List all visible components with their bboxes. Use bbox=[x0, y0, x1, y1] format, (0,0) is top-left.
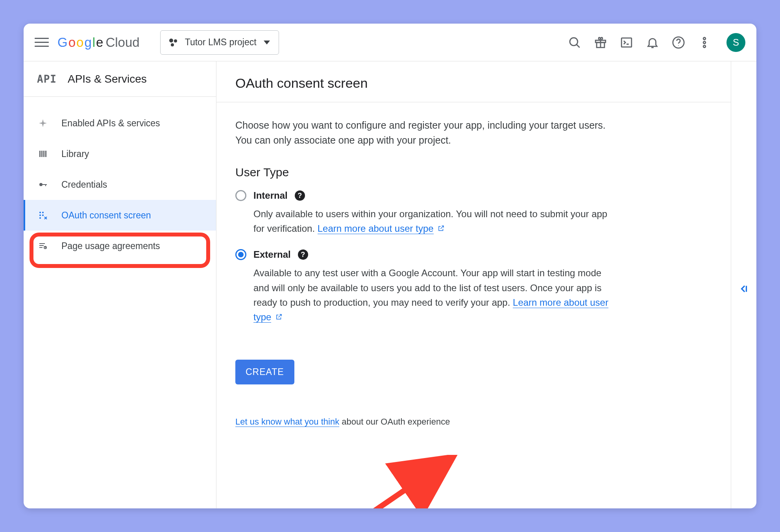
page-description: Choose how you want to configure and reg… bbox=[235, 118, 613, 148]
internal-description: Only available to users within your orga… bbox=[253, 207, 619, 236]
sidebar-title-row: API APIs & Services bbox=[24, 61, 216, 97]
svg-rect-16 bbox=[45, 151, 46, 157]
notifications-icon[interactable] bbox=[644, 34, 661, 51]
svg-rect-13 bbox=[39, 151, 41, 157]
sidebar-item-page-usage[interactable]: Page usage agreements bbox=[24, 231, 216, 261]
header-bar: Google Cloud Tutor LMS project S bbox=[24, 24, 756, 61]
api-icon: API bbox=[37, 73, 57, 85]
external-link-icon bbox=[275, 310, 283, 324]
sidebar-item-enabled-apis[interactable]: Enabled APIs & services bbox=[24, 108, 216, 139]
user-type-external-row: External ? bbox=[235, 249, 712, 260]
external-description: Available to any test user with a Google… bbox=[253, 266, 619, 324]
divider bbox=[216, 102, 731, 102]
svg-point-24 bbox=[39, 217, 41, 219]
more-icon[interactable] bbox=[696, 34, 713, 51]
svg-point-17 bbox=[39, 183, 43, 186]
svg-point-23 bbox=[42, 214, 44, 216]
radio-external-label: External bbox=[253, 249, 291, 260]
feedback-link[interactable]: Let us know what you think bbox=[235, 417, 339, 427]
svg-point-9 bbox=[678, 45, 679, 46]
body: API APIs & Services Enabled APIs & servi… bbox=[24, 61, 756, 508]
main-area: OAuth consent screen Choose how you want… bbox=[216, 61, 756, 508]
feedback-suffix: about our OAuth experience bbox=[339, 417, 450, 427]
key-icon bbox=[37, 179, 49, 190]
agreements-icon bbox=[37, 240, 49, 252]
right-rail bbox=[731, 61, 756, 508]
radio-external[interactable] bbox=[235, 249, 246, 260]
svg-rect-15 bbox=[43, 151, 44, 157]
svg-rect-19 bbox=[45, 184, 46, 186]
feedback-line: Let us know what you think about our OAu… bbox=[235, 417, 712, 427]
radio-internal[interactable] bbox=[235, 190, 246, 201]
chevron-down-icon bbox=[264, 41, 270, 44]
svg-line-30 bbox=[45, 248, 46, 248]
sidebar-item-label: Enabled APIs & services bbox=[61, 118, 160, 129]
help-icon[interactable]: ? bbox=[295, 190, 305, 201]
collapse-panel-icon[interactable] bbox=[739, 69, 749, 508]
sidebar-item-credentials[interactable]: Credentials bbox=[24, 169, 216, 200]
content-panel: OAuth consent screen Choose how you want… bbox=[216, 61, 731, 508]
sidebar: API APIs & Services Enabled APIs & servi… bbox=[24, 61, 216, 508]
sidebar-title: APIs & Services bbox=[68, 73, 147, 85]
search-icon[interactable] bbox=[566, 34, 583, 51]
svg-rect-18 bbox=[43, 184, 47, 185]
project-icon bbox=[169, 38, 178, 47]
avatar-initial: S bbox=[733, 37, 739, 48]
google-cloud-logo[interactable]: Google Cloud bbox=[57, 35, 140, 50]
sidebar-item-label: Library bbox=[61, 149, 89, 159]
cloud-text: Cloud bbox=[105, 35, 139, 50]
svg-rect-14 bbox=[41, 151, 43, 157]
sidebar-item-label: OAuth consent screen bbox=[61, 210, 151, 221]
svg-point-10 bbox=[703, 37, 706, 40]
svg-point-12 bbox=[703, 45, 706, 48]
svg-point-0 bbox=[570, 37, 578, 45]
project-picker[interactable]: Tutor LMS project bbox=[160, 30, 279, 55]
sidebar-item-oauth-consent[interactable]: OAuth consent screen bbox=[24, 200, 216, 231]
gift-icon[interactable] bbox=[592, 34, 609, 51]
cloud-console-window: Google Cloud Tutor LMS project S bbox=[24, 24, 756, 508]
sidebar-item-library[interactable]: Library bbox=[24, 139, 216, 169]
consent-icon bbox=[37, 209, 49, 221]
sidebar-list: Enabled APIs & services Library Credenti… bbox=[24, 97, 216, 261]
learn-more-internal-link[interactable]: Learn more about user type bbox=[318, 223, 434, 234]
svg-rect-5 bbox=[621, 38, 632, 47]
library-icon bbox=[37, 148, 49, 160]
help-icon[interactable] bbox=[670, 34, 687, 51]
account-avatar[interactable]: S bbox=[726, 33, 745, 52]
menu-icon[interactable] bbox=[35, 35, 49, 50]
create-button[interactable]: CREATE bbox=[235, 360, 294, 384]
page-title: OAuth consent screen bbox=[235, 61, 712, 102]
external-link-icon bbox=[438, 221, 445, 236]
svg-point-11 bbox=[703, 41, 706, 44]
svg-point-20 bbox=[39, 212, 41, 213]
user-type-heading: User Type bbox=[235, 166, 712, 179]
project-name: Tutor LMS project bbox=[185, 37, 257, 48]
user-type-internal-row: Internal ? bbox=[235, 190, 712, 201]
enabled-apis-icon bbox=[37, 117, 49, 129]
sidebar-item-label: Credentials bbox=[61, 179, 107, 190]
help-icon[interactable]: ? bbox=[298, 249, 308, 260]
svg-point-22 bbox=[39, 214, 41, 216]
svg-point-21 bbox=[42, 212, 44, 213]
sidebar-item-label: Page usage agreements bbox=[61, 241, 160, 251]
svg-line-1 bbox=[577, 44, 580, 47]
cloud-shell-icon[interactable] bbox=[618, 34, 635, 51]
radio-internal-label: Internal bbox=[253, 190, 288, 201]
